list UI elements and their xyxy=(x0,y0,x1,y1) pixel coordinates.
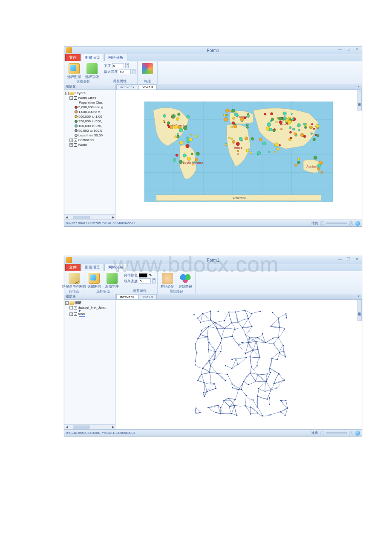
globe-icon[interactable] xyxy=(355,221,360,226)
expand-icon[interactable]: + xyxy=(69,143,73,147)
build-button[interactable] xyxy=(139,62,156,75)
select-layer-button[interactable]: 选择图层 xyxy=(86,272,102,289)
tree-root[interactable]: Layers xyxy=(75,91,86,95)
svg-point-49 xyxy=(183,154,187,158)
svg-point-271 xyxy=(265,342,266,343)
width-spinner[interactable]: ▾ xyxy=(125,63,129,68)
map-panel: network World ▾ 图层集 xyxy=(115,294,362,429)
ribbon-group-adjust: 宽度▾ 最大高度▾ 调整属性 xyxy=(102,61,138,84)
expand-icon[interactable]: - xyxy=(65,92,69,95)
checkbox[interactable]: ✓ xyxy=(74,306,77,309)
close-button[interactable]: ✕ xyxy=(354,257,360,262)
map-tab-dropdown[interactable]: ▾ xyxy=(357,295,361,299)
svg-point-223 xyxy=(229,406,230,408)
svg-point-228 xyxy=(238,344,239,346)
expand-icon[interactable]: - xyxy=(65,301,69,305)
width-input[interactable] xyxy=(112,63,124,68)
svg-point-158 xyxy=(262,142,266,145)
map-tab-world[interactable]: World xyxy=(139,294,157,299)
pencil-icon[interactable]: ✎ xyxy=(149,273,152,278)
map-canvas[interactable]: 图层集 xyxy=(115,300,362,429)
minimize-button[interactable]: — xyxy=(337,47,343,52)
checkbox[interactable]: ✓ xyxy=(74,143,77,147)
svg-point-101 xyxy=(292,118,294,120)
tree-cities[interactable]: World Cities xyxy=(78,95,96,100)
weight-field-button[interactable]: 权值字段 xyxy=(104,272,120,289)
map-tab-network[interactable]: network xyxy=(116,294,138,299)
ribbon-tab-network[interactable]: 网络分析 xyxy=(104,54,127,61)
tree-road[interactable]: road xyxy=(78,312,85,316)
zoom-out-button[interactable]: − xyxy=(320,431,324,435)
select-layer-button[interactable]: 选择图层 xyxy=(66,62,82,79)
svg-point-156 xyxy=(268,151,270,153)
legend-label: 5,000,000 and g xyxy=(78,105,103,110)
pathcolor-label: 路径颜色 xyxy=(124,273,138,278)
select-field-button[interactable]: 选择字段 xyxy=(84,62,100,79)
legend-row: 250,000 to 500, xyxy=(65,119,114,124)
maxheight-spinner[interactable]: ▾ xyxy=(132,69,135,74)
zoom-out-button[interactable]: − xyxy=(320,221,324,225)
map-panel: network World ▾ xyxy=(115,84,362,220)
zoom-slider[interactable] xyxy=(326,223,347,224)
path-color-swatch[interactable] xyxy=(139,273,147,278)
folder-icon xyxy=(69,92,74,95)
shortest-path-button[interactable]: 最短路径 xyxy=(177,272,193,289)
svg-point-141 xyxy=(309,126,313,129)
maximize-button[interactable]: ❐ xyxy=(346,47,352,52)
zoom-in-button[interactable]: + xyxy=(349,431,353,435)
minimize-button[interactable]: — xyxy=(337,257,343,262)
titlebar[interactable]: Form1 — ❐ ✕ xyxy=(64,256,362,264)
expand-icon[interactable]: - xyxy=(69,312,73,316)
map-canvas[interactable]: North America South America Africa Europ… xyxy=(115,90,362,220)
ribbon-tab-file[interactable]: 文件 xyxy=(65,54,81,61)
status-coordinates: X=-257.884172285785 Y=141.683406045622 xyxy=(66,221,135,225)
side-handle[interactable]: 图层集 xyxy=(357,90,362,111)
svg-point-28 xyxy=(170,125,173,129)
svg-point-194 xyxy=(218,311,219,312)
tree-world[interactable]: World xyxy=(78,142,87,147)
tree-root[interactable]: 图层 xyxy=(75,301,81,305)
globe-icon[interactable] xyxy=(355,431,360,436)
layer-tree[interactable]: -图层 -✓dataset_Net_Junct -✓road xyxy=(64,300,115,424)
map-tab-world[interactable]: World xyxy=(139,84,157,90)
maximize-button[interactable]: ❐ xyxy=(346,257,352,262)
tree-dataset[interactable]: dataset_Net_Junct xyxy=(78,305,107,310)
sidebar-scrollbar[interactable]: ◀▶ xyxy=(64,424,115,429)
start-draw-button[interactable]: 开始绘制 xyxy=(159,272,176,289)
svg-point-62 xyxy=(232,121,235,124)
pathpoint-layer-button[interactable]: 路径点所在图层 xyxy=(66,272,82,289)
zoom-slider[interactable] xyxy=(326,432,347,434)
svg-point-212 xyxy=(220,407,222,408)
legend-label: 250,000 to 500, xyxy=(78,119,102,124)
checkbox[interactable]: ✓ xyxy=(74,312,77,316)
ribbon-tab-render[interactable]: 图形渲染 xyxy=(81,263,104,271)
ribbon-tab-render[interactable]: 图形渲染 xyxy=(81,54,104,61)
sidebar-scrollbar[interactable]: ◀▶ xyxy=(64,214,115,220)
checkbox[interactable]: ✓ xyxy=(74,139,77,142)
svg-point-137 xyxy=(292,128,295,130)
checkbox[interactable]: ✓ xyxy=(74,96,77,100)
map-tab-dropdown[interactable]: ▾ xyxy=(357,85,361,89)
svg-point-288 xyxy=(269,414,271,416)
svg-point-78 xyxy=(245,137,248,140)
app-window-1: Form1 — ❐ ✕ 文件 图形渲染 网络分析 选择图层 选择字段 选择参数 … xyxy=(64,46,362,227)
layer-tree[interactable]: -Layers -✓World Cities Population Clas 5… xyxy=(64,90,115,214)
svg-point-26 xyxy=(186,115,189,118)
ribbon-tab-file[interactable]: 文件 xyxy=(65,263,81,271)
close-button[interactable]: ✕ xyxy=(354,47,360,52)
map-tab-network[interactable]: network xyxy=(116,84,138,90)
titlebar[interactable]: Form1 — ❐ ✕ xyxy=(64,46,362,54)
tree-continents[interactable]: Continents xyxy=(78,138,94,142)
svg-point-206 xyxy=(221,338,222,339)
ribbon-tab-network[interactable]: 网络分析 xyxy=(104,263,127,271)
side-handle[interactable]: 图层集 xyxy=(357,300,362,321)
expand-icon[interactable]: - xyxy=(69,306,73,309)
expand-icon[interactable]: + xyxy=(69,139,73,142)
linewidth-input[interactable] xyxy=(139,278,151,283)
maxheight-input[interactable] xyxy=(119,69,131,74)
svg-point-162 xyxy=(193,314,195,315)
zoom-in-button[interactable]: + xyxy=(349,221,353,225)
svg-point-215 xyxy=(231,322,233,324)
linewidth-spinner[interactable]: ▾ xyxy=(152,278,156,283)
expand-icon[interactable]: - xyxy=(69,96,73,100)
